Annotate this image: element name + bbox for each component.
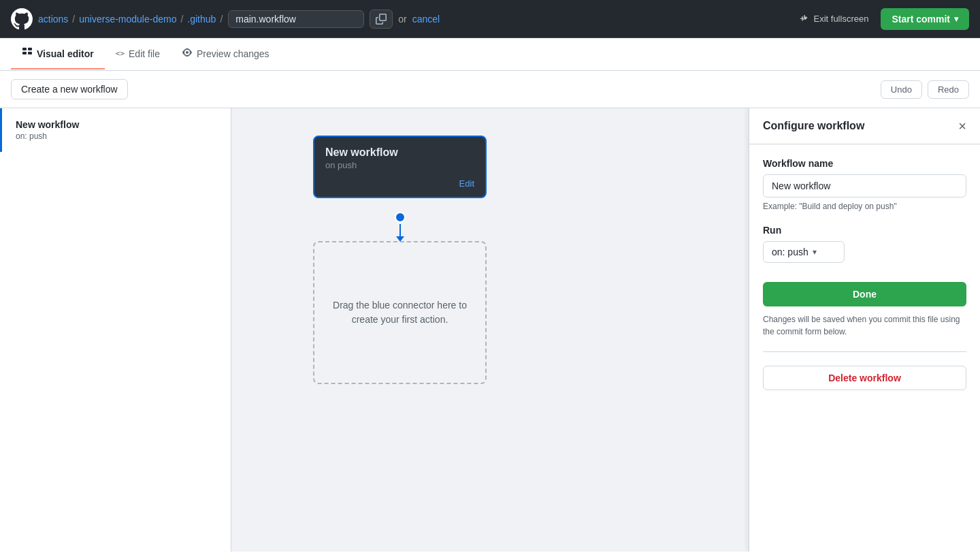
workflow-node[interactable]: New workflow on push Edit — [313, 136, 487, 198]
node-edit-button[interactable]: Edit — [459, 178, 474, 189]
sidebar-workflow-item[interactable]: New workflow on: push — [0, 108, 231, 152]
nav-repo-link[interactable]: universe-module-demo — [79, 14, 176, 25]
run-label: Run — [763, 225, 966, 236]
tab-edit-file[interactable]: <> Edit file — [105, 40, 171, 69]
breadcrumb-sep-2: / — [180, 14, 183, 25]
copy-filename-button[interactable] — [370, 10, 393, 29]
sidebar: New workflow on: push — [0, 108, 231, 552]
tab-edit-file-label: Edit file — [129, 48, 160, 59]
tab-visual-editor-label: Visual editor — [37, 48, 94, 59]
panel-divider — [763, 351, 966, 352]
filename-input[interactable] — [228, 10, 364, 28]
svg-rect-2 — [22, 52, 27, 54]
canvas-area: New workflow on push Edit Drag the blue … — [231, 108, 980, 552]
run-select-caret-icon: ▾ — [813, 247, 817, 257]
workflow-name-example: Example: "Build and deploy on push" — [763, 202, 966, 211]
breadcrumb-sep-1: / — [72, 14, 75, 25]
configure-panel-title: Configure workflow — [763, 120, 864, 132]
sidebar-workflow-name: New workflow — [16, 119, 217, 130]
drop-zone-text: Drag the blue connector here to create y… — [314, 285, 485, 341]
start-commit-button[interactable]: Start commit ▾ — [881, 8, 969, 30]
node-header: New workflow on push — [314, 137, 485, 174]
run-value-text: on: push — [772, 247, 808, 257]
tab-preview-changes-label: Preview changes — [197, 48, 270, 59]
toolbar: Create a new workflow Undo Redo — [0, 71, 980, 108]
undo-button[interactable]: Undo — [881, 80, 922, 99]
nav-actions-link[interactable]: actions — [38, 14, 68, 25]
or-text: or — [398, 14, 406, 25]
node-subtitle: on push — [325, 160, 474, 170]
connector-dot[interactable] — [395, 212, 406, 223]
breadcrumb-sep-3: / — [220, 14, 223, 25]
preview-changes-icon — [182, 47, 193, 60]
exit-fullscreen-icon — [799, 14, 810, 25]
node-footer: Edit — [314, 174, 485, 197]
delete-workflow-button[interactable]: Delete workflow — [763, 366, 966, 390]
configure-panel: Configure workflow × Workflow name Examp… — [749, 108, 980, 552]
svg-rect-0 — [22, 48, 27, 50]
panel-body: Workflow name Example: "Build and deploy… — [749, 144, 980, 404]
tab-preview-changes[interactable]: Preview changes — [171, 39, 280, 69]
run-group: Run on: push ▾ — [763, 225, 966, 263]
drop-zone[interactable]: Drag the blue connector here to create y… — [313, 241, 487, 384]
tab-bar: Visual editor <> Edit file Preview chang… — [0, 38, 980, 71]
svg-rect-1 — [28, 48, 32, 50]
breadcrumb: actions / universe-module-demo / .github… — [38, 14, 223, 25]
start-commit-caret-icon: ▾ — [954, 14, 958, 24]
save-note: Changes will be saved when you commit th… — [763, 313, 966, 338]
cancel-link[interactable]: cancel — [412, 14, 440, 25]
visual-editor-icon — [22, 47, 33, 60]
copy-icon — [376, 14, 387, 25]
start-commit-label: Start commit — [892, 14, 950, 25]
done-button[interactable]: Done — [763, 282, 966, 306]
exit-fullscreen-label: Exit fullscreen — [814, 14, 869, 24]
edit-file-icon: <> — [116, 49, 125, 58]
nav-github-link[interactable]: .github — [187, 14, 216, 25]
sidebar-workflow-trigger: on: push — [16, 131, 217, 141]
connector-arrow — [399, 224, 401, 238]
svg-rect-3 — [28, 52, 32, 54]
redo-button[interactable]: Redo — [928, 80, 969, 99]
top-nav: actions / universe-module-demo / .github… — [0, 0, 980, 38]
workflow-name-group: Workflow name Example: "Build and deploy… — [763, 158, 966, 211]
node-title: New workflow — [325, 146, 474, 159]
panel-header: Configure workflow × — [749, 108, 980, 144]
run-select-dropdown[interactable]: on: push ▾ — [763, 241, 845, 263]
exit-fullscreen-button[interactable]: Exit fullscreen — [792, 10, 876, 29]
github-logo-icon — [11, 8, 33, 30]
workflow-name-label: Workflow name — [763, 158, 966, 169]
toolbar-right: Undo Redo — [881, 80, 969, 99]
workflow-name-input[interactable] — [763, 174, 966, 198]
main-content: New workflow on: push New workflow on pu… — [0, 108, 980, 552]
tab-visual-editor[interactable]: Visual editor — [11, 39, 105, 69]
create-new-workflow-button[interactable]: Create a new workflow — [11, 79, 128, 99]
panel-close-button[interactable]: × — [958, 119, 966, 133]
